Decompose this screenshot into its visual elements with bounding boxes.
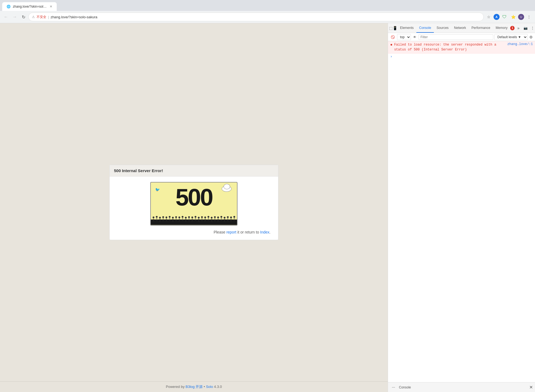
svg-point-91	[211, 217, 212, 218]
footer-version: 4.3.0	[213, 385, 222, 389]
error-please-text: Please	[214, 230, 226, 234]
svg-point-31	[172, 217, 174, 218]
context-selector[interactable]: top	[397, 34, 411, 40]
error-count-badge: 1	[510, 26, 515, 30]
svg-point-36	[175, 216, 177, 218]
menu-button[interactable]: ⋮	[525, 13, 533, 21]
tab-memory-label: Memory	[496, 26, 507, 30]
footer-powered-text: Powered by	[166, 385, 185, 389]
error-message-text: Failed to load resource: the server resp…	[394, 42, 503, 52]
tab-elements-label: Elements	[400, 26, 414, 30]
error-card-header: 500 Internal Server Error!	[110, 165, 278, 176]
svg-point-86	[208, 216, 209, 217]
tab-performance[interactable]: Performance	[469, 23, 493, 33]
bookmark-button[interactable]: ☆	[485, 13, 492, 21]
error-card: 500 Internal Server Error! 500 🐦	[109, 165, 278, 240]
extension-a-button[interactable]: A	[494, 14, 500, 20]
svg-rect-0	[151, 219, 237, 225]
svg-point-1	[153, 216, 154, 218]
extension-star-button[interactable]: ⭐	[509, 13, 517, 21]
back-button[interactable]: ←	[2, 13, 10, 21]
b3log-link[interactable]: B3log 开源	[186, 385, 203, 389]
bottom-more-button[interactable]: ⋯	[390, 384, 397, 390]
page-footer: Powered by B3log 开源 • Solo 4.3.0	[0, 381, 388, 392]
devtools-more-tabs-button[interactable]: »	[515, 25, 522, 31]
svg-point-51	[185, 217, 187, 218]
svg-point-101	[217, 216, 219, 218]
browser-tab-active[interactable]: 🌐 zhang.love/?skin=solo-sakura ✕	[2, 2, 57, 11]
svg-point-76	[201, 216, 203, 218]
error-source-link[interactable]: zhang.love/:1	[507, 42, 533, 46]
svg-point-71	[198, 217, 200, 218]
devtools-panel: ⬚ 📱 Elements Console Sources Network Per…	[388, 23, 535, 392]
browser-chrome: 🌐 zhang.love/?skin=solo-sakura ✕ ← → ↻ ⚠…	[0, 0, 535, 23]
security-warning-icon: ⚠	[32, 15, 35, 19]
tab-memory[interactable]: Memory	[493, 23, 510, 33]
devtools-screenshot-button[interactable]: 📷	[522, 25, 529, 31]
devtools-inspect-button[interactable]: ⬚	[389, 25, 393, 31]
eye-filter-button[interactable]: 👁	[412, 35, 417, 40]
tab-console-label: Console	[419, 26, 431, 30]
bottom-console-label: Console	[399, 385, 411, 389]
devtools-tabs-bar: ⬚ 📱 Elements Console Sources Network Per…	[388, 23, 535, 33]
tab-console[interactable]: Console	[416, 23, 434, 33]
tab-bar: 🌐 zhang.love/?skin=solo-sakura ✕	[0, 0, 535, 11]
svg-point-121	[230, 216, 232, 218]
devtools-settings-menu-button[interactable]: ⋮	[529, 25, 535, 31]
tab-performance-label: Performance	[471, 26, 490, 30]
svg-point-21	[166, 216, 167, 218]
browser-actions: ☆ A 🛡 ⭐ U ⋮	[485, 13, 533, 21]
refresh-button[interactable]: ↻	[20, 13, 27, 21]
console-input[interactable]	[394, 55, 533, 59]
devtools-more-actions: 1 » 📷 ⋮ ✕	[510, 25, 535, 31]
tab-favicon: 🌐	[7, 5, 11, 8]
svg-point-96	[214, 216, 216, 218]
address-bar[interactable]: ⚠ 不安全 | zhang.love/?skin=solo-sakura	[28, 13, 484, 21]
svg-point-16	[162, 216, 164, 218]
extension-shield-button[interactable]: 🛡	[501, 13, 508, 21]
bottom-close-button[interactable]: ✕	[529, 385, 533, 390]
tab-sources[interactable]: Sources	[434, 23, 451, 33]
tab-network[interactable]: Network	[451, 23, 469, 33]
index-link[interactable]: Index	[260, 230, 269, 234]
report-link[interactable]: report	[226, 230, 236, 234]
svg-point-61	[191, 216, 193, 218]
error-period: .	[269, 230, 270, 234]
svg-point-11	[159, 217, 161, 218]
nav-bar: ← → ↻ ⚠ 不安全 | zhang.love/?skin=solo-saku…	[0, 11, 535, 23]
error-illustration: 500 🐦	[150, 182, 238, 226]
devtools-device-button[interactable]: 📱	[393, 25, 397, 31]
clear-console-button[interactable]: 🚫	[390, 35, 396, 40]
svg-point-56	[188, 216, 190, 218]
error-footer-text: Please report it or return to Index.	[115, 230, 273, 234]
bird-icon: 🐦	[155, 187, 160, 192]
tab-elements[interactable]: Elements	[397, 23, 416, 33]
error-title: 500 Internal Server Error!	[114, 168, 274, 173]
cloud-icon	[222, 186, 232, 192]
error-return-text: it or return to	[236, 230, 260, 234]
user-avatar-button[interactable]: U	[518, 14, 524, 20]
solo-link[interactable]: Solo	[206, 385, 213, 389]
error-500-text: 500	[176, 185, 212, 209]
devtools-bottom-bar: ⋯ Console ✕	[388, 382, 535, 392]
page-content: 500 Internal Server Error! 500 🐦	[0, 23, 388, 392]
prompt-arrow-icon: ›	[390, 55, 392, 59]
forward-button[interactable]: →	[11, 13, 19, 21]
tab-title: zhang.love/?skin=solo-sakura	[13, 5, 47, 8]
error-card-body: 500 🐦	[110, 176, 278, 240]
svg-point-111	[224, 217, 226, 218]
tab-close-icon[interactable]: ✕	[50, 5, 52, 8]
svg-point-41	[179, 216, 180, 218]
filter-input[interactable]	[419, 34, 493, 40]
separator: |	[48, 15, 49, 19]
tab-sources-label: Sources	[437, 26, 449, 30]
devtools-gear-button[interactable]: ⚙	[529, 34, 533, 40]
svg-point-81	[205, 216, 206, 218]
console-error-row[interactable]: ● Failed to load resource: the server re…	[388, 41, 535, 53]
log-level-selector[interactable]: Default levels ▼	[494, 34, 528, 40]
url-text: zhang.love/?skin=solo-sakura	[50, 15, 480, 19]
tab-network-label: Network	[454, 26, 466, 30]
error-dot-icon: ●	[390, 43, 392, 47]
devtools-console-output: ● Failed to load resource: the server re…	[388, 41, 535, 382]
svg-point-66	[195, 216, 196, 217]
